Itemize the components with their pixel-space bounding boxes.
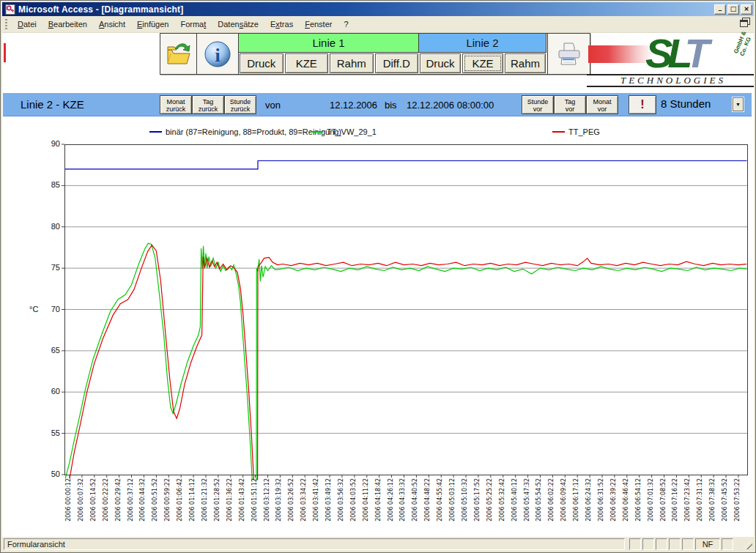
group-header-linie-2: Linie 2 (419, 34, 546, 53)
diagram-chart: binär (87=Reinigung, 88=Produkt, 89=Rein… (3, 116, 754, 536)
step-back-monat[interactable]: Monatzurück (160, 95, 192, 114)
x-axis-label-7: 2006 00:51:52 (152, 478, 159, 537)
status-bar: Formularansicht NF (2, 536, 754, 551)
status-view-mode: Formularansicht (4, 538, 625, 550)
menu-item-help[interactable]: ? (338, 18, 354, 30)
x-axis-label-19: 2006 03:34:22 (300, 478, 308, 537)
status-indicator-boxes: NF (628, 538, 733, 550)
y-axis-label-85: 85 (37, 180, 60, 189)
x-axis-label-25: 2006 04:18:42 (375, 478, 382, 537)
logo-sl: SL (645, 30, 684, 76)
toolbar-line-groups: Linie 1DruckKZERahmDiff.DLinie 2DruckKZE… (239, 34, 547, 74)
menu-item-extras[interactable]: Extras (264, 18, 299, 30)
alert-button[interactable]: ! (629, 95, 656, 114)
x-axis-label-29: 2006 04:48:22 (424, 478, 431, 537)
x-axis-label-54: 2006 07:53:22 (734, 478, 741, 537)
logo-rule-bottom (587, 86, 754, 87)
toolbar-button-linie-1-rahm[interactable]: Rahm (330, 53, 374, 73)
menu-bar: DateiBearbeitenAnsichtEinfügenFormatDate… (2, 16, 754, 33)
x-axis-label-42: 2006 06:24:32 (585, 478, 593, 537)
toolbar-button-linie-1-druck[interactable]: Druck (240, 53, 284, 73)
status-empty-panel (629, 538, 641, 550)
time-range-label: 8 Stunden (661, 97, 711, 110)
menu-item-einfügen[interactable]: Einfügen (131, 18, 174, 30)
menubar-items: DateiBearbeitenAnsichtEinfügenFormatDate… (12, 16, 355, 32)
step-back-tag[interactable]: Tagzurück (192, 95, 224, 114)
step-forward-monat[interactable]: Monatvor (586, 95, 618, 114)
x-axis-label-41: 2006 06:17:12 (573, 478, 580, 537)
toolbar-button-linie-2-druck[interactable]: Druck (420, 53, 461, 73)
toolbar-button-linie-1-kze[interactable]: KZE (285, 53, 329, 73)
toolbar-button-linie-1-diffd[interactable]: Diff.D (375, 53, 419, 73)
step-forward-tag[interactable]: Tagvor (554, 95, 586, 114)
maximize-button[interactable]: □ (727, 4, 739, 15)
printer-icon (555, 40, 584, 68)
x-axis-label-4: 2006 00:29:42 (115, 478, 122, 537)
x-axis-label-9: 2006 01:06:42 (177, 478, 184, 537)
window-title: Microsoft Access - [Diagrammansicht] (18, 4, 713, 15)
bis-label: bis (385, 100, 397, 111)
minimize-button[interactable]: _ (714, 4, 726, 15)
close-button[interactable]: × (741, 4, 752, 15)
x-axis-label-32: 2006 05:10:32 (462, 478, 469, 537)
menu-item-datei[interactable]: Datei (12, 18, 42, 30)
x-axis-label-33: 2006 05:17:52 (474, 478, 481, 537)
x-axis-label-1: 2006 00:07:32 (78, 478, 85, 537)
title-bar: Microsoft Access - [Diagrammansicht] _ □… (2, 2, 754, 16)
x-axis-label-2: 2006 00:14:52 (90, 478, 97, 537)
print-button[interactable] (547, 34, 590, 74)
x-axis-label-35: 2006 05:32:42 (499, 478, 506, 537)
x-axis-label-53: 2006 07:45:52 (722, 478, 729, 537)
x-axis-label-36: 2006 05:40:12 (511, 478, 519, 537)
open-button[interactable] (160, 34, 197, 74)
toolbar-grip-icon (5, 18, 7, 30)
x-axis-label-10: 2006 01:14:12 (189, 478, 196, 537)
y-axis-unit: °C (29, 305, 44, 313)
info-button[interactable]: i (197, 34, 239, 74)
x-axis-label-39: 2006 06:02:22 (548, 478, 555, 537)
nav-forward-buttons: StundevorTagvorMonatvor (522, 95, 618, 114)
status-empty-panel (682, 538, 694, 550)
step-back-stunde[interactable]: Stundezurück (224, 95, 256, 114)
menu-item-ansicht[interactable]: Ansicht (93, 18, 131, 30)
von-label: von (265, 100, 281, 111)
x-axis-label-50: 2006 07:23:42 (684, 478, 692, 537)
x-axis-label-47: 2006 07:01:32 (648, 478, 655, 537)
x-axis-label-49: 2006 07:16:22 (672, 478, 679, 537)
date-to: 12.12.2006 08:00:00 (407, 100, 494, 111)
menu-item-fenster[interactable]: Fenster (299, 18, 338, 30)
svg-text:i: i (215, 45, 220, 66)
y-axis-label-65: 65 (37, 346, 60, 355)
status-empty-panel (642, 538, 654, 550)
record-indicator (4, 43, 6, 62)
y-axis-label-75: 75 (37, 263, 60, 272)
y-axis-label-90: 90 (37, 139, 60, 148)
status-empty-panel (722, 538, 733, 550)
form-toolbar: i Linie 1DruckKZERahmDiff.DLinie 2DruckK… (160, 33, 590, 75)
x-axis-label-21: 2006 03:49:12 (325, 478, 333, 537)
x-axis-label-20: 2006 03:41:42 (313, 478, 320, 537)
toolbar-group-linie-2: Linie 2DruckKZERahm (419, 34, 546, 74)
toolbar-button-linie-2-rahm[interactable]: Rahm (505, 53, 546, 73)
x-axis-label-16: 2006 03:12:12 (264, 478, 271, 537)
resize-grip[interactable] (743, 540, 752, 549)
status-nf-indicator: NF (695, 538, 720, 550)
status-empty-panel (656, 538, 667, 550)
x-axis-label-14: 2006 01:43:42 (239, 478, 246, 537)
x-axis-label-5: 2006 00:37:12 (127, 478, 135, 537)
y-axis-label-60: 60 (37, 387, 60, 396)
form-client-area: i Linie 1DruckKZERahmDiff.DLinie 2DruckK… (2, 33, 754, 536)
menu-item-datensätze[interactable]: Datensätze (212, 18, 264, 30)
info-icon: i (203, 40, 232, 69)
menu-item-format[interactable]: Format (174, 18, 212, 30)
x-axis-label-12: 2006 01:28:52 (214, 478, 221, 537)
menu-item-bearbeiten[interactable]: Bearbeiten (42, 18, 93, 30)
x-axis-label-38: 2006 05:54:52 (536, 478, 543, 537)
x-axis-label-34: 2006 05:25:22 (486, 478, 494, 537)
slt-logo: SLT (645, 33, 705, 74)
range-dropdown-button[interactable]: ▼ (733, 97, 744, 111)
step-forward-stunde[interactable]: Stundevor (522, 95, 554, 114)
toolbar-button-linie-2-kze[interactable]: KZE (462, 53, 503, 73)
y-axis-label-55: 55 (37, 428, 60, 437)
x-axis-label-28: 2006 04:40:52 (412, 478, 419, 537)
